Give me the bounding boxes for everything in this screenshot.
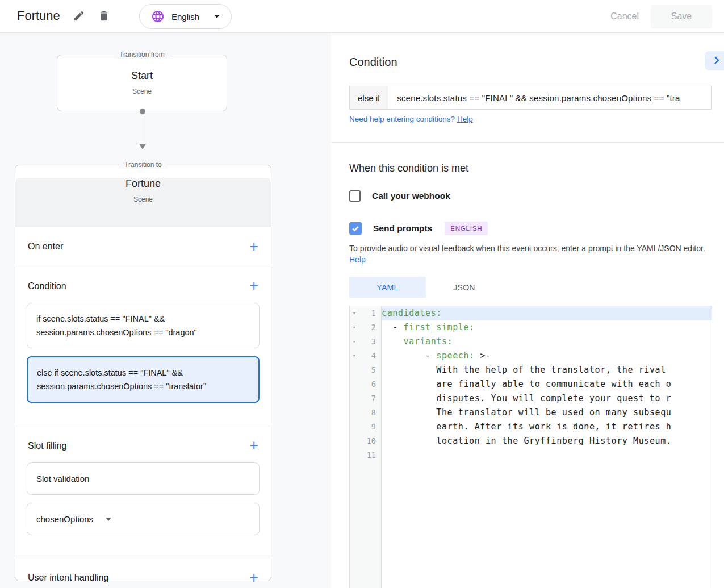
condition-line: session.params.chosenOptions == "transla… <box>37 380 249 393</box>
transition-to-card: Transition to Fortune Scene On enter + C… <box>15 165 271 581</box>
collapse-panel-button[interactable] <box>705 51 724 70</box>
editor-line-number[interactable]: ▾3 <box>350 335 381 349</box>
check-icon <box>351 224 359 232</box>
code-line[interactable]: variants: <box>382 335 712 349</box>
transition-to-legend: Transition to <box>119 161 168 169</box>
language-value: English <box>171 12 199 22</box>
code-line[interactable] <box>382 448 712 462</box>
user-intent-row[interactable]: User intent handling + <box>15 558 271 588</box>
scene-title: Fortune <box>17 9 60 23</box>
topbar: Fortune English Cancel Save <box>0 0 724 33</box>
editor-line-number: 8 <box>350 406 381 420</box>
transition-from-card[interactable]: Transition from Start Scene <box>57 55 227 111</box>
arrow-head-icon <box>139 144 146 149</box>
editor-line-number[interactable]: ▾1 <box>350 306 381 320</box>
save-button[interactable]: Save <box>651 5 712 28</box>
delete-scene-button[interactable] <box>97 9 111 24</box>
code-line[interactable]: The translator will be used on many subs… <box>382 406 712 420</box>
fold-toggle-icon[interactable]: ▾ <box>353 335 355 349</box>
to-scene-type: Scene <box>15 195 271 203</box>
condition-line: if scene.slots.status == "FINAL" && <box>36 312 250 326</box>
slot-validation-item[interactable]: Slot validation <box>27 462 260 495</box>
tab-json[interactable]: JSON <box>426 277 503 298</box>
chevron-down-icon <box>106 518 111 521</box>
condition-expression-input[interactable]: scene.slots.status == "FINAL" && session… <box>388 86 711 109</box>
prompts-option-row: Send prompts ENGLISH <box>349 222 488 235</box>
slot-filling-label: Slot filling <box>28 441 66 451</box>
webhook-label: Call your webhook <box>372 191 450 201</box>
condition-prefix: else if <box>350 86 388 109</box>
code-line[interactable]: - speech: >- <box>382 349 712 363</box>
panel-divider <box>331 142 724 143</box>
from-scene-name: Start <box>57 70 227 82</box>
transition-from-legend: Transition from <box>114 51 170 59</box>
pencil-icon <box>73 10 85 22</box>
chevron-right-icon <box>712 56 721 65</box>
webhook-checkbox[interactable] <box>349 190 361 202</box>
from-scene-type: Scene <box>57 87 227 95</box>
code-line[interactable]: With the help of the translator, the riv… <box>382 363 712 377</box>
editor-line-number: 5 <box>350 363 381 377</box>
editor-gutter: ▾1▾2▾3▾4567891011 <box>350 306 382 588</box>
code-line[interactable]: candidates: <box>382 306 712 320</box>
fold-toggle-icon[interactable]: ▾ <box>353 320 355 335</box>
language-badge: ENGLISH <box>445 222 488 235</box>
add-user-intent-button[interactable]: + <box>249 570 258 586</box>
code-line[interactable]: location in the Gryffinberg History Muse… <box>382 434 712 448</box>
condition-line: else if scene.slots.status == "FINAL" && <box>37 366 249 380</box>
editor-line-number: 9 <box>350 420 381 434</box>
tab-yaml[interactable]: YAML <box>349 277 426 298</box>
language-selector[interactable]: English <box>139 4 232 29</box>
editor-line-number: 6 <box>350 377 381 391</box>
code-line[interactable]: earth. After its work is done, it retire… <box>382 420 712 434</box>
editor-line-number: 10 <box>350 434 381 448</box>
cancel-button[interactable]: Cancel <box>604 8 646 25</box>
condition-help-link[interactable]: Help <box>457 115 473 123</box>
panel-title: Condition <box>349 56 397 69</box>
condition-section-label: Condition <box>28 281 66 291</box>
editor-code-area[interactable]: candidates: - first_simple: variants: - … <box>382 306 712 588</box>
editor-tab-bar: YAML JSON <box>349 277 503 298</box>
condition-item-dragon[interactable]: if scene.slots.status == "FINAL" && sess… <box>27 303 260 348</box>
editor-line-number: 7 <box>350 391 381 406</box>
condition-section: Condition + if scene.slots.status == "FI… <box>15 266 271 426</box>
condition-line: session.params.chosenOptions == "dragon" <box>36 326 250 339</box>
scene-card-header[interactable]: Fortune Scene <box>15 178 271 227</box>
webhook-option-row: Call your webhook <box>349 190 450 202</box>
slot-validation-label: Slot validation <box>36 474 89 483</box>
prompts-description-text: To provide audio or visual feedback when… <box>349 244 705 253</box>
transition-arrow <box>139 109 147 152</box>
add-on-enter-button[interactable]: + <box>249 239 258 255</box>
scene-flow-panel: Transition from Start Scene Transition t… <box>0 33 331 588</box>
editor-line-number[interactable]: ▾2 <box>350 320 381 335</box>
trash-icon <box>98 10 110 22</box>
editor-line-number[interactable]: ▾4 <box>350 349 381 363</box>
to-scene-name: Fortune <box>15 178 271 190</box>
condition-editor-panel: Condition else if scene.slots.status == … <box>331 33 724 588</box>
send-prompts-label: Send prompts <box>373 223 432 233</box>
fold-toggle-icon[interactable]: ▾ <box>353 349 355 363</box>
add-condition-button[interactable]: + <box>249 278 258 294</box>
globe-icon <box>151 10 165 23</box>
send-prompts-checkbox[interactable] <box>349 222 362 235</box>
when-met-title: When this condition is met <box>349 162 468 174</box>
chevron-down-icon <box>214 15 220 18</box>
on-enter-label: On enter <box>28 241 63 252</box>
code-line[interactable]: - first_simple: <box>382 320 712 335</box>
edit-scene-button[interactable] <box>72 9 86 24</box>
slot-dropdown[interactable]: chosenOptions <box>27 503 260 535</box>
user-intent-label: User intent handling <box>28 573 108 583</box>
help-prompt-text: Need help entering conditions? <box>349 115 455 123</box>
condition-expression-field: else if scene.slots.status == "FINAL" &&… <box>349 86 712 110</box>
condition-item-translator[interactable]: else if scene.slots.status == "FINAL" &&… <box>27 356 260 403</box>
on-enter-row[interactable]: On enter + <box>15 227 271 266</box>
add-slot-button[interactable]: + <box>249 438 258 453</box>
fold-toggle-icon[interactable]: ▾ <box>353 306 355 320</box>
code-line[interactable]: disputes. You will complete your quest t… <box>382 391 712 406</box>
code-line[interactable]: are finally able to communicate with eac… <box>382 377 712 391</box>
prompts-help-link[interactable]: Help <box>349 255 366 264</box>
condition-help-line: Need help entering conditions? Help <box>349 115 473 123</box>
slot-dropdown-value: chosenOptions <box>36 514 93 524</box>
prompts-description: To provide audio or visual feedback when… <box>349 243 714 265</box>
yaml-editor[interactable]: ▾1▾2▾3▾4567891011 candidates: - first_si… <box>349 306 712 588</box>
